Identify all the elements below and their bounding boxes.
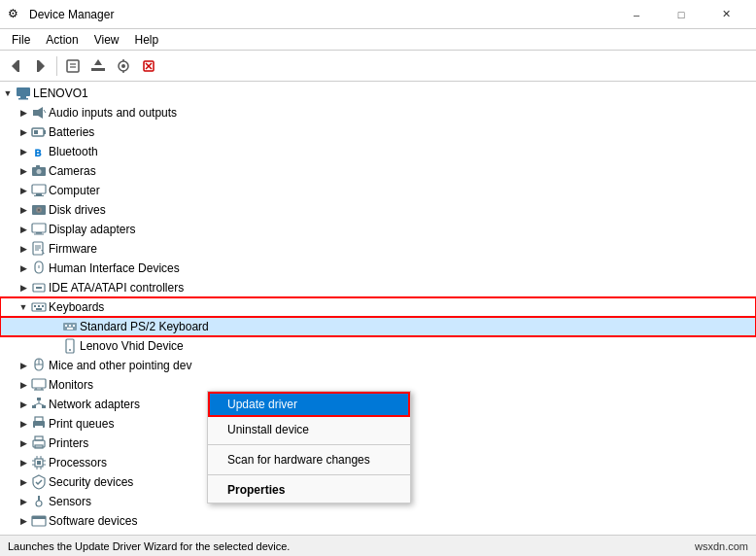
svg-rect-24 xyxy=(34,130,38,134)
tree-item-lenovovhid[interactable]: ▶ Lenovo Vhid Device xyxy=(0,336,756,356)
mouse-icon xyxy=(31,358,47,373)
expand-ideata[interactable]: ▶ xyxy=(16,280,31,295)
svg-rect-18 xyxy=(18,98,28,100)
sensor-icon xyxy=(31,494,47,509)
ctx-uninstall-device[interactable]: Uninstall device xyxy=(208,417,410,442)
svg-rect-50 xyxy=(42,305,44,307)
ctx-properties[interactable]: Properties xyxy=(208,477,410,503)
hid-icon xyxy=(31,261,47,276)
toolbar-update-driver[interactable] xyxy=(86,54,110,78)
tree-item-displayadapters[interactable]: ▶ Display adapters xyxy=(0,220,756,239)
network-icon xyxy=(31,397,47,412)
keyboard2-icon xyxy=(62,319,78,334)
toolbar-uninstall[interactable] xyxy=(137,54,160,78)
expand-batteries[interactable]: ▶ xyxy=(16,124,31,140)
tree-item-soundvideo[interactable]: ▶ Sound, video and game controllers xyxy=(0,531,756,535)
toolbar-scan[interactable] xyxy=(112,54,135,78)
svg-line-70 xyxy=(34,403,39,405)
maximize-button[interactable]: □ xyxy=(659,0,704,29)
svg-rect-66 xyxy=(37,398,41,400)
svg-rect-62 xyxy=(32,379,46,388)
tree-item-firmware[interactable]: ▶ Firmware xyxy=(0,239,756,259)
expand-sensors[interactable]: ▶ xyxy=(16,494,31,509)
tree-item-hid[interactable]: ▶ Human Interface Devices xyxy=(0,259,756,278)
tree-item-computer[interactable]: ▶ Computer xyxy=(0,181,756,200)
expand-software[interactable]: ▶ xyxy=(16,513,31,529)
toolbar-properties[interactable] xyxy=(61,54,85,78)
expand-printqueues[interactable]: ▶ xyxy=(16,416,31,432)
toolbar-sep1 xyxy=(56,56,57,76)
expand-mice[interactable]: ▶ xyxy=(16,358,31,373)
svg-line-21 xyxy=(44,110,46,113)
expand-hid[interactable]: ▶ xyxy=(16,261,31,276)
svg-rect-23 xyxy=(44,130,46,134)
expand-display[interactable]: ▶ xyxy=(16,222,31,237)
svg-rect-49 xyxy=(38,305,40,307)
expand-sound[interactable]: ▶ xyxy=(16,533,31,535)
processors-label: Processors xyxy=(49,456,107,469)
expand-monitors[interactable]: ▶ xyxy=(16,377,31,393)
tree-item-audio[interactable]: ▶ Audio inputs and outputs xyxy=(0,103,756,122)
monitor-icon xyxy=(31,377,47,393)
tree-item-mice[interactable]: ▶ Mice and other pointing dev xyxy=(0,356,756,375)
svg-rect-30 xyxy=(36,193,42,195)
software-icon xyxy=(31,513,47,529)
firmware-label: Firmware xyxy=(49,242,97,256)
ctx-scan[interactable]: Scan for hardware changes xyxy=(208,447,410,472)
expand-keyboards[interactable]: ▼ xyxy=(16,299,31,315)
svg-rect-67 xyxy=(32,405,36,408)
printqueue-icon xyxy=(31,416,47,432)
tree-view[interactable]: ▼ LENOVO1 ▶ Audio inputs and outputs ▶ B… xyxy=(0,82,756,535)
tree-item-bluetooth[interactable]: ▶ ʙ Bluetooth xyxy=(0,142,756,161)
root-label: LENOVO1 xyxy=(33,87,88,100)
expand-processors[interactable]: ▶ xyxy=(16,455,31,470)
tree-item-keyboards[interactable]: ▼ Keyboards xyxy=(0,297,756,317)
expand-audio[interactable]: ▶ xyxy=(16,105,31,121)
ctx-sep1 xyxy=(208,444,410,445)
expand-printers[interactable]: ▶ xyxy=(16,435,31,451)
svg-rect-28 xyxy=(36,165,40,167)
expand-cameras[interactable]: ▶ xyxy=(16,163,31,179)
svg-point-58 xyxy=(69,349,71,351)
mice-label: Mice and other pointing dev xyxy=(49,359,191,372)
printers-label: Printers xyxy=(49,436,88,450)
svg-rect-91 xyxy=(32,516,46,519)
menu-help[interactable]: Help xyxy=(127,31,167,49)
menu-action[interactable]: Action xyxy=(38,31,86,49)
svg-rect-68 xyxy=(42,405,46,408)
tree-item-cameras[interactable]: ▶ Cameras xyxy=(0,161,756,181)
svg-rect-89 xyxy=(38,496,40,501)
expand-diskdrives[interactable]: ▶ xyxy=(16,202,31,218)
svg-rect-51 xyxy=(36,308,42,310)
expand-security[interactable]: ▶ xyxy=(16,474,31,490)
expand-network[interactable]: ▶ xyxy=(16,397,31,412)
expand-bluetooth[interactable]: ▶ xyxy=(16,144,31,159)
svg-rect-54 xyxy=(69,325,71,327)
svg-marker-20 xyxy=(38,107,43,119)
menu-file[interactable]: File xyxy=(4,31,38,49)
tree-item-diskdrives[interactable]: ▶ Disk drives xyxy=(0,200,756,220)
expand-root[interactable]: ▼ xyxy=(0,86,16,101)
tree-root[interactable]: ▼ LENOVO1 xyxy=(0,84,756,103)
disk-icon xyxy=(31,202,47,218)
close-button[interactable]: ✕ xyxy=(704,0,748,29)
svg-rect-37 xyxy=(34,234,44,235)
computer-icon2 xyxy=(31,183,47,198)
tree-item-softwaredevices[interactable]: ▶ Software devices xyxy=(0,511,756,531)
toolbar-back[interactable] xyxy=(4,54,27,78)
tree-item-ideata[interactable]: ▶ IDE ATA/ATAPI controllers xyxy=(0,278,756,297)
tree-item-batteries[interactable]: ▶ Batteries xyxy=(0,122,756,142)
display-icon xyxy=(31,222,47,237)
svg-rect-3 xyxy=(37,60,39,72)
toolbar-forward[interactable] xyxy=(29,54,52,78)
tree-item-standardps2[interactable]: ▶ Standard PS/2 Keyboard xyxy=(0,317,756,336)
minimize-button[interactable]: – xyxy=(614,0,659,29)
svg-point-34 xyxy=(38,209,40,211)
expand-computer[interactable]: ▶ xyxy=(16,183,31,198)
bluetooth-label: Bluetooth xyxy=(49,145,98,158)
svg-rect-29 xyxy=(32,185,46,193)
menu-view[interactable]: View xyxy=(86,31,127,49)
ctx-update-driver[interactable]: Update driver xyxy=(208,392,410,417)
app-title: Device Manager xyxy=(29,8,114,21)
expand-firmware[interactable]: ▶ xyxy=(16,241,31,257)
